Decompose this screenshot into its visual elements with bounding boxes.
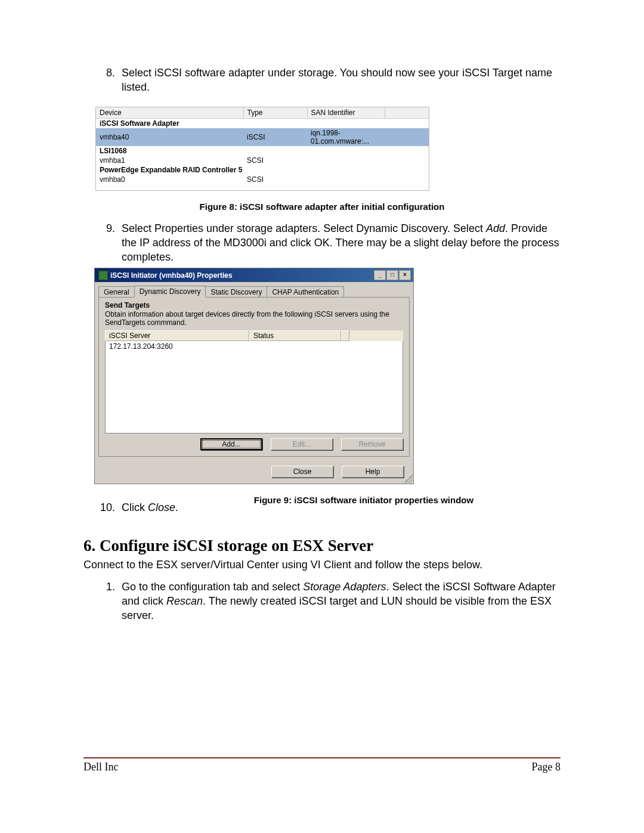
tab-chap-authentication[interactable]: CHAP Authentication xyxy=(267,286,344,298)
cell-type: iSCSI xyxy=(243,128,307,146)
cell-type: SCSI xyxy=(243,175,307,184)
step-9-text-a: Select Properties under storage adapters… xyxy=(122,222,486,234)
maximize-button[interactable]: □ xyxy=(386,270,398,280)
group-name: PowerEdge Expandable RAID Controller 5 xyxy=(96,165,429,175)
section-6-intro: Connect to the ESX server/Virtual Center… xyxy=(83,559,561,571)
table-group: PowerEdge Expandable RAID Controller 5 xyxy=(96,165,429,175)
section-6-step-1: Go to the configuration tab and select S… xyxy=(118,580,561,623)
footer-left: Dell Inc xyxy=(83,761,118,773)
col-blank xyxy=(341,330,349,341)
dialog-title: iSCSI Initiator (vmhba40) Properties xyxy=(110,271,233,280)
minimize-button[interactable]: _ xyxy=(374,270,386,280)
tab-general[interactable]: General xyxy=(98,286,135,298)
step-10-close: Close xyxy=(148,501,175,513)
list-header: iSCSI Server Status xyxy=(105,330,403,341)
dialog-icon xyxy=(98,271,108,280)
figure-8-table: Device Type SAN Identifier iSCSI Softwar… xyxy=(95,107,429,191)
section-6-title: 6. Configure iSCSI storage on ESX Server xyxy=(83,537,561,555)
tab-content: Send Targets Obtain information about ta… xyxy=(98,297,410,457)
step-8: Select iSCSI software adapter under stor… xyxy=(118,66,561,95)
iscsi-initiator-properties-dialog: iSCSI Initiator (vmhba40) Properties _ □… xyxy=(94,268,414,484)
cell-san xyxy=(307,156,385,165)
help-button[interactable]: Help xyxy=(342,466,404,478)
send-targets-list[interactable]: 172.17.13.204:3260 xyxy=(105,341,403,433)
step-10-text-b: . xyxy=(175,501,178,513)
close-button[interactable]: Close xyxy=(271,466,333,478)
cell-device: vmhba0 xyxy=(96,175,243,184)
group-name: LSI1068 xyxy=(96,146,429,156)
close-icon[interactable]: × xyxy=(399,270,411,280)
step-8-text: Select iSCSI software adapter under stor… xyxy=(122,67,552,93)
table-row[interactable]: vmhba1 SCSI xyxy=(96,156,429,165)
cell-san xyxy=(307,175,385,184)
send-targets-desc: Obtain information about target devices … xyxy=(105,310,403,327)
tab-dynamic-discovery[interactable]: Dynamic Discovery xyxy=(134,286,206,298)
col-empty xyxy=(385,107,429,119)
dialog-tabs: General Dynamic Discovery Static Discove… xyxy=(95,282,413,298)
s6s1-a: Go to the configuration tab and select xyxy=(122,581,303,593)
col-iscsi-server[interactable]: iSCSI Server xyxy=(105,330,249,341)
add-button[interactable]: Add... xyxy=(200,438,262,450)
col-status[interactable]: Status xyxy=(249,330,341,341)
remove-button: Remove xyxy=(341,438,403,450)
group-name: iSCSI Software Adapter xyxy=(96,118,429,128)
col-type: Type xyxy=(243,107,307,119)
s6s1-i2: Rescan xyxy=(166,595,203,607)
resize-grip-icon[interactable] xyxy=(404,475,413,483)
list-item[interactable]: 172.17.13.204:3260 xyxy=(109,342,399,351)
s6s1-i1: Storage Adapters xyxy=(303,581,386,593)
table-group: iSCSI Software Adapter xyxy=(96,118,429,128)
footer-right: Page 8 xyxy=(532,761,561,773)
cell-device: vmhba1 xyxy=(96,156,243,165)
edit-button: Edit... xyxy=(271,438,333,450)
table-row[interactable]: vmhba0 SCSI xyxy=(96,175,429,184)
col-device: Device xyxy=(96,107,243,119)
footer-rule xyxy=(83,757,561,758)
cell-san: iqn.1998-01.com.vmware:... xyxy=(307,128,385,146)
step-9-add: Add xyxy=(486,222,505,234)
page-footer: Dell Inc Page 8 xyxy=(83,757,561,773)
table-group: LSI1068 xyxy=(96,146,429,156)
tab-static-discovery[interactable]: Static Discovery xyxy=(205,286,267,298)
send-targets-title: Send Targets xyxy=(105,301,403,309)
cell-type: SCSI xyxy=(243,156,307,165)
table-row[interactable]: vmhba40 iSCSI iqn.1998-01.com.vmware:... xyxy=(96,128,429,146)
cell-device: vmhba40 xyxy=(96,128,243,146)
step-9: Select Properties under storage adapters… xyxy=(118,221,561,265)
figure-8-caption: Figure 8: iSCSI software adapter after i… xyxy=(83,202,561,212)
col-san: SAN Identifier xyxy=(307,107,385,119)
table-header-row: Device Type SAN Identifier xyxy=(96,107,429,119)
step-10-text-a: Click xyxy=(122,501,148,513)
dialog-titlebar[interactable]: iSCSI Initiator (vmhba40) Properties _ □… xyxy=(95,268,413,282)
